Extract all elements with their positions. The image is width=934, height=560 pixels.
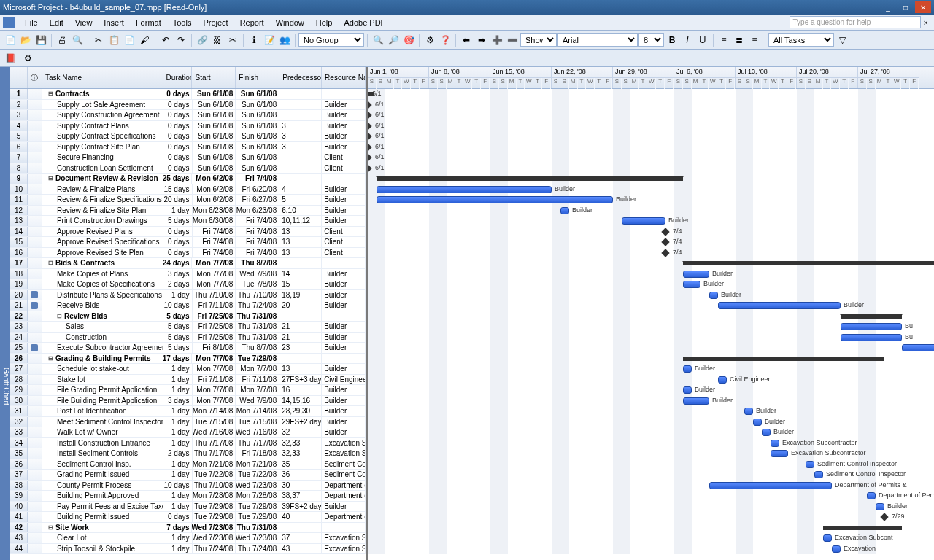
duration-cell[interactable]: 0 days [163, 131, 193, 141]
task-bar[interactable] [709, 482, 832, 489]
wizard-icon[interactable]: ⚙ [422, 33, 437, 47]
duration-cell[interactable]: 0 days [163, 89, 193, 99]
gantt-row[interactable]: 6/1 [368, 142, 934, 153]
finish-cell[interactable]: Thu 7/31/08 [236, 322, 279, 332]
gantt-row[interactable]: Excavation [368, 544, 934, 555]
duration-cell[interactable]: 3 days [163, 396, 193, 406]
duration-cell[interactable]: 3 days [163, 269, 193, 279]
duration-cell[interactable]: 2 days [163, 448, 193, 459]
taskname-cell[interactable]: Pay Permit Fees and Excise Taxes [42, 502, 163, 512]
start-cell[interactable]: Mon 7/7/08 [193, 269, 236, 279]
start-cell[interactable]: Sun 6/1/08 [193, 110, 236, 120]
gantt-row[interactable]: Builder [368, 290, 934, 301]
duration-cell[interactable]: 1 day [163, 364, 193, 374]
task-bar[interactable] [683, 271, 709, 278]
start-cell[interactable]: Thu 7/24/08 [193, 544, 236, 554]
duration-cell[interactable]: 5 days [163, 343, 193, 353]
predecessors-cell[interactable] [279, 110, 322, 120]
task-bar[interactable] [622, 217, 665, 225]
resource-cell[interactable]: Builder [322, 121, 366, 131]
finish-cell[interactable]: Thu 7/31/08 [236, 523, 279, 533]
table-row[interactable]: 12Review & Finalize Site Plan1 dayMon 6/… [10, 206, 366, 217]
pdf-icon[interactable]: 📕 [3, 51, 18, 66]
row-number[interactable]: 24 [10, 332, 28, 343]
row-number[interactable]: 18 [10, 269, 28, 279]
predecessors-cell[interactable]: 4 [279, 184, 322, 195]
resource-cell[interactable]: Builder [322, 269, 366, 279]
close-button[interactable]: ✕ [915, 1, 931, 13]
row-number[interactable]: 28 [10, 375, 28, 385]
row-number[interactable]: 31 [10, 406, 28, 416]
predecessors-cell[interactable]: 29FS+2 days,28, [279, 417, 322, 427]
row-number[interactable]: 29 [10, 385, 28, 395]
start-cell[interactable]: Mon 6/30/08 [193, 216, 236, 226]
resource-cell[interactable]: Client [322, 248, 366, 258]
predecessors-cell[interactable]: 37 [279, 533, 322, 543]
finish-cell[interactable]: Tue 7/29/08 [236, 512, 279, 522]
assign-icon[interactable]: 👥 [277, 33, 292, 47]
row-number[interactable]: 11 [10, 195, 28, 205]
resource-cell[interactable]: Builder [322, 417, 366, 427]
table-row[interactable]: 29File Grading Permit Application1 dayMo… [10, 385, 366, 396]
underline-button[interactable]: U [695, 33, 710, 47]
resource-cell[interactable]: Builder [322, 396, 366, 406]
row-number[interactable]: 3 [10, 110, 28, 120]
resource-cell[interactable]: Builder [322, 195, 366, 205]
gantt-row[interactable] [368, 523, 934, 534]
duration-cell[interactable]: 20 days [163, 195, 193, 205]
duration-cell[interactable]: 1 day [163, 375, 193, 385]
gantt-row[interactable]: Excavation Subcontractor [368, 448, 934, 459]
start-cell[interactable]: Mon 6/2/08 [193, 195, 236, 205]
align-center-icon[interactable]: ≣ [732, 33, 746, 47]
table-row[interactable]: 43Clear Lot1 dayWed 7/23/08Wed 7/23/0837… [10, 533, 366, 544]
resource-cell[interactable]: Civil Engineer [322, 375, 366, 385]
taskname-cell[interactable]: Make Copies of Specifications [42, 279, 163, 289]
predecessors-cell[interactable]: 40 [279, 512, 322, 522]
finish-cell[interactable]: Fri 7/4/08 [236, 174, 279, 184]
gantt-row[interactable]: 7/4 [368, 248, 934, 259]
duration-cell[interactable]: 1 day [163, 491, 193, 501]
finish-cell[interactable]: Tue 7/29/08 [236, 354, 279, 364]
task-bar[interactable] [377, 196, 613, 203]
info-icon[interactable]: ℹ [247, 33, 261, 47]
pdf-settings-icon[interactable]: ⚙ [20, 51, 35, 66]
table-row[interactable]: 15Approve Revised Specifications0 daysFr… [10, 237, 366, 248]
finish-cell[interactable]: Sun 6/1/08 [236, 100, 279, 110]
gantt-row[interactable]: Excavation Subcont [368, 533, 934, 544]
duration-cell[interactable]: 10 days [163, 300, 193, 311]
start-cell[interactable]: Wed 7/16/08 [193, 427, 236, 438]
taskname-cell[interactable]: Approve Revised Site Plan [42, 248, 163, 258]
start-cell[interactable]: Wed 7/23/08 [193, 533, 236, 543]
outdent-icon[interactable]: ⬅ [459, 33, 474, 47]
start-cell[interactable]: Mon 7/7/08 [193, 396, 236, 406]
duration-cell[interactable]: 25 days [163, 174, 193, 184]
start-cell[interactable]: Sun 6/1/08 [193, 163, 236, 174]
start-cell[interactable]: Mon 7/7/08 [192, 354, 236, 364]
gantt-row[interactable]: Builder [368, 364, 934, 375]
table-row[interactable]: 42⊟Site Work7 daysWed 7/23/08Thu 7/31/08 [10, 523, 366, 534]
start-cell[interactable]: Fri 7/4/08 [193, 227, 236, 237]
help-search[interactable]: Type a question for help [790, 16, 921, 28]
resource-cell[interactable]: Sediment Contr [322, 470, 366, 480]
task-bar[interactable] [683, 397, 709, 405]
gantt-row[interactable]: Builder [368, 195, 934, 206]
finish-cell[interactable]: Thu 7/31/08 [236, 311, 279, 322]
row-number[interactable]: 30 [10, 396, 28, 406]
gantt-row[interactable]: Sediment Control Inspector [368, 459, 934, 470]
taskname-cell[interactable]: Meet Sediment Control Inspector [42, 417, 163, 427]
open-icon[interactable]: 📂 [18, 33, 33, 47]
show-select[interactable]: Show [520, 33, 557, 47]
duration-cell[interactable]: 0 days [163, 227, 193, 237]
table-row[interactable]: 5Supply Contract Specifications0 daysSun… [10, 131, 366, 142]
task-bar[interactable] [683, 281, 700, 288]
finish-cell[interactable]: Mon 6/23/08 [236, 206, 279, 216]
duration-cell[interactable]: 1 day [163, 470, 193, 480]
duration-cell[interactable]: 1 day [163, 544, 193, 554]
table-row[interactable]: 20Distribute Plans & Specifications1 day… [10, 290, 366, 301]
predecessors-cell[interactable]: 20 [279, 300, 322, 311]
duration-cell[interactable]: 0 days [163, 121, 193, 131]
taskname-cell[interactable]: Building Permit Issued [42, 512, 163, 522]
resource-cell[interactable]: Builder [322, 364, 366, 374]
duration-cell[interactable]: 0 days [163, 152, 193, 163]
predecessors-cell[interactable] [279, 100, 322, 110]
